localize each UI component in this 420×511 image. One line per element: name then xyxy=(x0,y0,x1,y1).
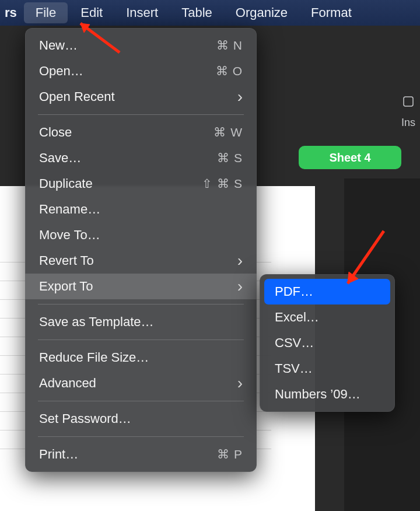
menu-item-close[interactable]: Close⌘ W xyxy=(25,120,257,145)
menu-item-export-to[interactable]: Export To› xyxy=(25,274,257,299)
menu-item-label: Save… xyxy=(39,150,81,166)
menu-item-label: Move To… xyxy=(39,228,100,243)
menu-item-shortcut: ⇧ ⌘ S xyxy=(202,177,243,191)
menu-item-label: Revert To xyxy=(39,253,94,268)
svg-rect-0 xyxy=(404,97,413,106)
menu-separator xyxy=(38,436,244,437)
menu-item-shortcut: ⌘ O xyxy=(216,64,243,78)
menubar-app-partial: rs xyxy=(0,0,23,26)
menu-separator xyxy=(38,340,244,340)
menu-separator xyxy=(38,401,244,401)
menu-item-new[interactable]: New…⌘ N xyxy=(25,33,257,58)
chevron-right-icon: › xyxy=(237,374,243,393)
menu-item-save-as-template[interactable]: Save as Template… xyxy=(25,309,257,335)
menu-item-shortcut: ⌘ W xyxy=(214,125,243,139)
menu-item-shortcut: ⌘ S xyxy=(217,151,243,165)
annotation-arrow-pdf xyxy=(337,226,396,296)
menu-item-shortcut: ⌘ N xyxy=(216,38,243,52)
menubar: rs File Edit Insert Table Organize Forma… xyxy=(0,0,420,26)
submenu-item-tsv[interactable]: TSV… xyxy=(264,356,390,382)
menu-item-label: Save as Template… xyxy=(39,314,153,330)
file-menu-dropdown: New…⌘ NOpen…⌘ OOpen Recent›Close⌘ WSave…… xyxy=(25,28,257,472)
menu-item-set-password[interactable]: Set Password… xyxy=(25,406,257,432)
menu-item-shortcut: ⌘ P xyxy=(217,447,243,461)
menu-item-rename[interactable]: Rename… xyxy=(25,197,257,222)
menu-item-save[interactable]: Save…⌘ S xyxy=(25,145,257,171)
menu-item-revert-to[interactable]: Revert To› xyxy=(25,248,257,274)
submenu-item-numbers-09[interactable]: Numbers ’09… xyxy=(264,382,390,407)
menu-item-reduce-file-size[interactable]: Reduce File Size… xyxy=(25,345,257,370)
menubar-file[interactable]: File xyxy=(24,2,68,23)
menu-item-open-recent[interactable]: Open Recent› xyxy=(25,84,257,110)
menu-item-move-to[interactable]: Move To… xyxy=(25,222,257,248)
submenu-item-excel[interactable]: Excel… xyxy=(264,304,390,330)
menu-separator xyxy=(38,304,244,304)
chevron-right-icon: › xyxy=(237,88,243,106)
menu-item-label: Set Password… xyxy=(39,411,131,426)
menu-item-label: Duplicate xyxy=(39,176,93,191)
menu-item-label: Rename… xyxy=(39,202,100,217)
menu-item-print[interactable]: Print…⌘ P xyxy=(25,442,257,467)
menu-item-label: Open… xyxy=(39,64,83,79)
sheet-tab[interactable]: Sheet 4 xyxy=(299,146,401,169)
menu-item-label: Export To xyxy=(39,279,93,294)
menu-item-duplicate[interactable]: Duplicate⇧ ⌘ S xyxy=(25,171,257,197)
chevron-right-icon: › xyxy=(237,251,243,270)
menu-item-label: Advanced xyxy=(39,376,96,391)
menubar-organize[interactable]: Organize xyxy=(224,0,299,26)
menu-item-label: Reduce File Size… xyxy=(39,350,149,365)
menubar-table[interactable]: Table xyxy=(170,0,224,26)
menu-item-label: Print… xyxy=(39,447,78,462)
submenu-item-csv[interactable]: CSV… xyxy=(264,330,390,356)
menu-item-label: Close xyxy=(39,125,72,140)
menu-item-open[interactable]: Open…⌘ O xyxy=(25,58,257,84)
chevron-right-icon: › xyxy=(237,277,243,296)
annotation-arrow-file xyxy=(70,18,128,58)
insert-toolbar-icon[interactable] xyxy=(402,96,414,107)
menu-item-label: Open Recent xyxy=(39,89,115,104)
insert-toolbar-label: Ins xyxy=(401,117,415,129)
menu-item-advanced[interactable]: Advanced› xyxy=(25,370,257,396)
menubar-format[interactable]: Format xyxy=(299,0,363,26)
menu-separator xyxy=(38,114,244,115)
